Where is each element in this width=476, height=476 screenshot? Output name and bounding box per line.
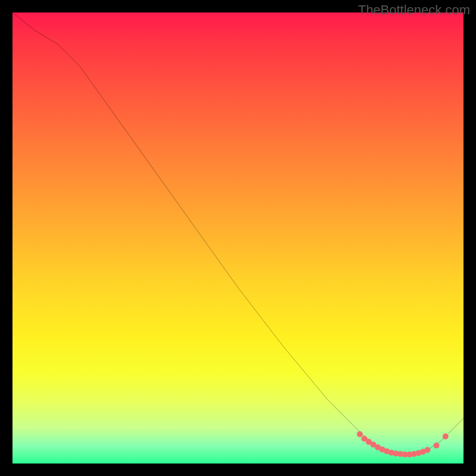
- valley-dot: [357, 431, 363, 437]
- valley-dot: [424, 447, 430, 453]
- valley-dot: [434, 443, 440, 449]
- bottleneck-curve: [12, 12, 464, 455]
- plot-area: [12, 12, 464, 464]
- watermark-text: TheBottleneck.com: [358, 2, 470, 18]
- valley-dot: [443, 434, 449, 440]
- curve-svg: [12, 12, 464, 464]
- valley-markers: [357, 431, 449, 458]
